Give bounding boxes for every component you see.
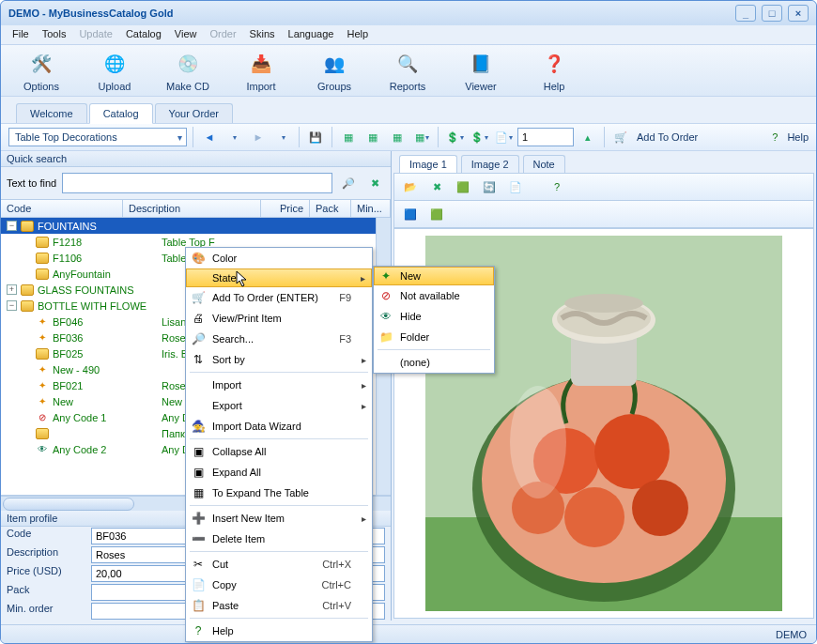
copy-dropdown[interactable]: 📄 <box>493 127 514 147</box>
ctx-copy[interactable]: 📄CopyCtrl+C <box>186 575 372 595</box>
separator <box>438 127 439 147</box>
qty-input[interactable] <box>517 128 574 146</box>
save-button[interactable]: 💾 <box>305 127 326 147</box>
sub-folder[interactable]: 📁Folder <box>374 327 494 347</box>
menu-file[interactable]: File <box>7 27 35 42</box>
tb-import[interactable]: 📥Import <box>234 49 288 92</box>
menu-catalog[interactable]: Catalog <box>120 27 167 42</box>
col-price[interactable]: Price <box>261 200 310 217</box>
tb-viewer[interactable]: 📘Viewer <box>454 49 508 92</box>
sub-new[interactable]: ✦New <box>374 267 494 285</box>
col-code[interactable]: Code <box>1 200 123 217</box>
tb-help[interactable]: ❓Help <box>527 49 581 92</box>
tb-makecd[interactable]: 💿Make CD <box>161 49 215 92</box>
img-scale-button[interactable]: 🟦 <box>400 204 421 224</box>
col-pack[interactable]: Pack <box>310 200 351 217</box>
menu-skins[interactable]: Skins <box>244 27 281 42</box>
nav-back-dropdown[interactable] <box>224 127 244 147</box>
img-delete-button[interactable]: ✖ <box>426 176 447 197</box>
tb-reports[interactable]: 🔍Reports <box>380 49 435 92</box>
separator <box>331 127 332 147</box>
ctx-search[interactable]: 🔎Search...F3 <box>186 329 372 349</box>
img-3d-button[interactable]: 🟩 <box>453 176 473 197</box>
tree-code: New <box>53 396 162 407</box>
grid-header: Code Description Price Pack Min... <box>1 199 391 218</box>
right-pane: Image 1 Image 2 Note 📂 ✖ 🟩 🔄 📄 ? 🟦 🟩 <box>392 151 816 621</box>
separator <box>190 438 368 439</box>
menu-tools[interactable]: Tools <box>37 27 72 42</box>
menu-update[interactable]: Update <box>73 27 117 42</box>
ctx-expandall[interactable]: ▣Expand All <box>186 462 372 483</box>
sub-notavailable[interactable]: ⊘Not available <box>374 285 494 306</box>
action1-button[interactable]: ▦ <box>338 127 359 147</box>
tab-catalog[interactable]: Catalog <box>89 103 153 124</box>
action4-dropdown[interactable]: ▦ <box>411 127 432 147</box>
tab-image1[interactable]: Image 1 <box>399 155 457 173</box>
ctx-insertnew[interactable]: ➕Insert New Item <box>186 508 372 529</box>
tb-groups[interactable]: 👥Groups <box>307 49 362 92</box>
minimize-button[interactable]: _ <box>735 5 756 22</box>
tab-image2[interactable]: Image 2 <box>461 155 519 173</box>
tab-note[interactable]: Note <box>523 155 565 173</box>
ctx-sortby[interactable]: ⇅Sort by <box>186 349 372 370</box>
tree-code: FOUNTAINS <box>38 221 146 232</box>
img-fit-button[interactable]: 🟩 <box>426 204 447 224</box>
tree-toggle[interactable]: − <box>7 300 17 311</box>
ctx-state[interactable]: State <box>186 268 372 287</box>
tree-code: AnyFountain <box>53 268 162 280</box>
action2-button[interactable]: ▦ <box>362 127 383 147</box>
img-help-button[interactable]: ? <box>547 176 567 197</box>
col-description[interactable]: Description <box>123 200 261 217</box>
reports-icon: 🔍 <box>393 49 423 79</box>
nav-back-button[interactable]: ◄ <box>199 127 220 147</box>
img-refresh-button[interactable]: 🔄 <box>479 176 500 197</box>
menu-help[interactable]: Help <box>341 27 374 42</box>
ctx-help[interactable]: ?Help <box>186 621 372 641</box>
ctx-delete[interactable]: ➖Delete Item <box>186 529 372 549</box>
tree-code: GLASS FOUNTAINS <box>38 284 146 296</box>
ctx-export[interactable]: Export <box>186 395 372 416</box>
menubar: File Tools Update Catalog View Order Ski… <box>1 25 816 44</box>
search-clear-button[interactable]: ✖ <box>364 173 385 193</box>
tab-yourorder[interactable]: Your Order <box>155 103 233 123</box>
separator <box>190 551 368 552</box>
action3-button[interactable]: ▦ <box>387 127 408 147</box>
sub-none[interactable]: (none) <box>374 352 494 373</box>
tree-toggle[interactable]: + <box>7 284 17 295</box>
qty-spinner[interactable]: ▴ <box>578 127 598 147</box>
ctx-color[interactable]: 🎨Color <box>186 248 372 268</box>
tb-upload[interactable]: 🌐Upload <box>87 49 142 92</box>
help-link[interactable]: Help <box>787 131 809 143</box>
tb-options[interactable]: 🛠️Options <box>14 49 69 92</box>
ctx-viewprint[interactable]: 🖨View/Print Item <box>186 308 372 329</box>
img-copy-button[interactable]: 📄 <box>505 176 526 197</box>
menu-view[interactable]: View <box>169 27 203 42</box>
search-input[interactable] <box>62 173 332 193</box>
nav-forward-button[interactable]: ► <box>248 127 269 147</box>
ctx-toexpand[interactable]: ▦To Expand The Table <box>186 483 372 503</box>
category-combo[interactable]: Table Top Decorations <box>8 128 187 146</box>
hscroll-thumb[interactable] <box>3 498 134 511</box>
ctx-paste[interactable]: 📋PasteCtrl+V <box>186 595 372 616</box>
ctx-cut[interactable]: ✂CutCtrl+X <box>186 554 372 575</box>
texttofind-label: Text to find <box>7 177 56 189</box>
addtoorder-button[interactable]: Add To Order <box>637 131 698 143</box>
ctx-import[interactable]: Import <box>186 375 372 395</box>
nav-forward-dropdown[interactable] <box>272 127 293 147</box>
ctx-addtoorder[interactable]: 🛒Add To Order (ENTER)F9 <box>186 287 372 308</box>
tree-row[interactable]: −FOUNTAINS <box>1 218 391 234</box>
tab-welcome[interactable]: Welcome <box>16 103 87 123</box>
img-open-button[interactable]: 📂 <box>400 176 421 197</box>
col-min[interactable]: Min... <box>351 200 391 217</box>
tree-toggle[interactable]: − <box>7 221 17 231</box>
menu-order[interactable]: Order <box>204 27 241 42</box>
money1-dropdown[interactable]: 💲 <box>444 127 465 147</box>
maximize-button[interactable]: □ <box>762 5 782 22</box>
ctx-collapseall[interactable]: ▣Collapse All <box>186 441 372 462</box>
search-button[interactable]: 🔎 <box>338 173 359 193</box>
money2-dropdown[interactable]: 💲 <box>469 127 489 147</box>
ctx-importwizard[interactable]: 🧙Import Data Wizard <box>186 416 372 437</box>
close-button[interactable]: × <box>788 5 809 22</box>
sub-hide[interactable]: 👁Hide <box>374 306 494 327</box>
menu-language[interactable]: Language <box>283 27 340 42</box>
